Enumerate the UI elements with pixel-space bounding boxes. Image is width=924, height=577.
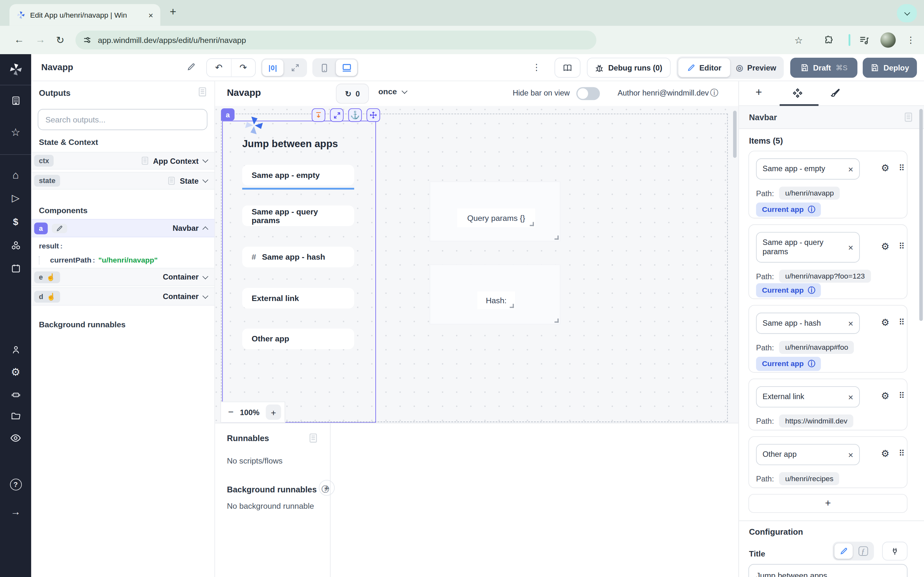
author-info-icon[interactable]: ⓘ — [710, 88, 718, 98]
navbar-component-row[interactable]: a Navbar — [31, 219, 214, 237]
nav-item-external-link[interactable]: External link — [242, 288, 354, 308]
tab-editor[interactable]: Editor — [678, 58, 730, 77]
clear-icon[interactable]: × — [845, 242, 853, 252]
item-label-input[interactable]: Same app - hash × — [756, 313, 860, 334]
item-path-value[interactable]: u/henri/recipes — [779, 472, 839, 485]
fx-expression-icon[interactable]: ƒ — [854, 543, 872, 559]
tab-strip-collapse-button[interactable] — [897, 4, 917, 23]
item-label-input[interactable]: External link × — [756, 386, 860, 408]
favorites-star-icon[interactable]: ☆ — [0, 127, 31, 138]
users-icon[interactable] — [0, 344, 31, 355]
ctx-output-row[interactable]: ctx App Context — [31, 152, 214, 169]
reload-icon[interactable]: ↻ — [56, 26, 64, 54]
settings-gear-icon[interactable]: ⚙ — [0, 367, 31, 377]
move-icon[interactable] — [367, 108, 380, 122]
tab-insert-plus[interactable]: + — [756, 86, 762, 99]
add-background-runnable-button[interactable]: + — [319, 480, 335, 496]
extensions-icon[interactable] — [824, 26, 833, 54]
add-item-button[interactable]: + — [748, 494, 908, 513]
edit-id-pencil-icon[interactable] — [52, 223, 67, 233]
profile-avatar[interactable] — [880, 32, 896, 48]
container-d-preview[interactable]: Hash: — [430, 264, 561, 324]
windmill-logo-icon[interactable] — [0, 63, 31, 77]
help-icon[interactable]: ? — [0, 479, 31, 490]
panel-doc-icon[interactable] — [309, 434, 317, 443]
app-canvas[interactable]: a ⚓ J — [215, 106, 738, 423]
browser-tab[interactable]: Edit App u/henri/navapp | Win × — [9, 4, 160, 26]
workspace-icon[interactable] — [0, 95, 31, 106]
anchor-icon[interactable]: ⚓ — [349, 108, 362, 122]
item-path-value[interactable]: https://windmill.dev — [779, 414, 853, 427]
item-settings-gear-icon[interactable]: ⚙ — [881, 241, 889, 252]
bounded-width-button[interactable]: |0| — [262, 60, 283, 76]
mobile-view-button[interactable] — [313, 60, 334, 76]
info-icon[interactable]: ⓘ — [808, 205, 815, 214]
static-value-pencil-icon[interactable] — [835, 543, 853, 559]
item-drag-handle[interactable]: ⠿ — [899, 391, 905, 400]
container-d-row[interactable]: d☝ Container — [31, 287, 214, 306]
clear-icon[interactable]: × — [845, 164, 853, 174]
resize-handle[interactable] — [530, 222, 534, 226]
tab-preview[interactable]: ◎ Preview — [730, 58, 782, 77]
docs-book-button[interactable] — [554, 58, 580, 77]
folders-icon[interactable] — [0, 411, 31, 422]
navbar-result-json[interactable]: result: currentPath: "u/henri/navapp" — [39, 242, 158, 264]
schedules-icon[interactable] — [0, 263, 31, 274]
zoom-out-button[interactable]: − — [228, 407, 234, 417]
workers-icon[interactable] — [0, 389, 31, 400]
item-path-value[interactable]: u/henri/navapp — [779, 187, 840, 199]
item-settings-gear-icon[interactable]: ⚙ — [881, 448, 889, 459]
zoom-in-button[interactable]: + — [266, 405, 281, 420]
item-drag-handle[interactable]: ⠿ — [899, 163, 905, 172]
item-drag-handle[interactable]: ⠿ — [899, 242, 905, 251]
run-mode-dropdown[interactable]: once — [378, 87, 406, 96]
item-path-value[interactable]: u/henri/navapp?foo=123 — [779, 269, 871, 282]
browser-menu-kebab-icon[interactable]: ⋮ — [906, 26, 915, 54]
item-settings-gear-icon[interactable]: ⚙ — [881, 390, 889, 402]
clear-icon[interactable]: × — [845, 450, 853, 459]
canvas-scrollbar[interactable] — [733, 111, 737, 158]
back-icon[interactable]: ← — [14, 26, 24, 54]
tab-component-settings-icon[interactable] — [792, 88, 803, 99]
item-label-input[interactable]: Same app - empty × — [756, 158, 860, 179]
forward-icon[interactable]: → — [35, 26, 45, 54]
resize-handle[interactable] — [554, 319, 559, 323]
info-icon[interactable]: ⓘ — [808, 285, 815, 295]
undo-button[interactable]: ↶ — [207, 59, 231, 77]
fullscreen-icon[interactable] — [330, 108, 344, 122]
desktop-view-button[interactable] — [336, 60, 357, 76]
clear-icon[interactable]: × — [845, 318, 853, 328]
tab-styling-brush-icon[interactable] — [829, 88, 840, 99]
nav-item-same-app-query-params[interactable]: Same app - query params — [242, 205, 354, 226]
search-outputs-input[interactable] — [38, 109, 208, 130]
new-tab-button[interactable]: + — [170, 5, 176, 18]
refresh-count-button[interactable]: ↻ 0 — [336, 84, 369, 103]
item-label-input[interactable]: Other app × — [756, 444, 860, 465]
info-icon[interactable]: ⓘ — [808, 359, 815, 369]
hide-bar-toggle[interactable] — [576, 87, 599, 100]
item-settings-gear-icon[interactable]: ⚙ — [881, 317, 889, 328]
panel-doc-icon[interactable] — [199, 87, 206, 97]
selected-component-id-tag[interactable]: a — [221, 108, 234, 121]
runs-icon[interactable]: ▷ — [0, 193, 31, 203]
save-draft-button[interactable]: Draft ⌘S — [790, 58, 857, 77]
home-icon[interactable]: ⌂ — [0, 169, 31, 180]
bookmark-star-icon[interactable]: ☆ — [795, 26, 803, 54]
hash-text[interactable]: Hash: — [477, 292, 515, 309]
audit-eye-icon[interactable] — [0, 434, 31, 443]
item-drag-handle[interactable]: ⠿ — [899, 449, 905, 458]
title-value-input[interactable]: Jump between apps — [748, 564, 908, 577]
more-options-kebab-icon[interactable]: ⋮ — [532, 62, 541, 73]
item-settings-gear-icon[interactable]: ⚙ — [881, 163, 889, 174]
nav-item-same-app-empty[interactable]: Same app - empty — [242, 165, 354, 185]
expand-down-icon[interactable] — [312, 108, 325, 122]
item-path-value[interactable]: u/henri/navapp#foo — [779, 341, 854, 354]
container-e-preview[interactable]: Query params {} — [430, 181, 561, 242]
redo-button[interactable]: ↷ — [231, 59, 255, 77]
collapse-sidebar-arrow-icon[interactable]: → — [0, 507, 31, 517]
item-label-input[interactable]: Same app - query params × — [756, 232, 860, 263]
full-width-button[interactable] — [284, 60, 306, 76]
deploy-button[interactable]: Deploy — [863, 58, 917, 77]
site-settings-icon[interactable] — [83, 36, 91, 44]
nav-item-other-app[interactable]: Other app — [242, 329, 354, 349]
